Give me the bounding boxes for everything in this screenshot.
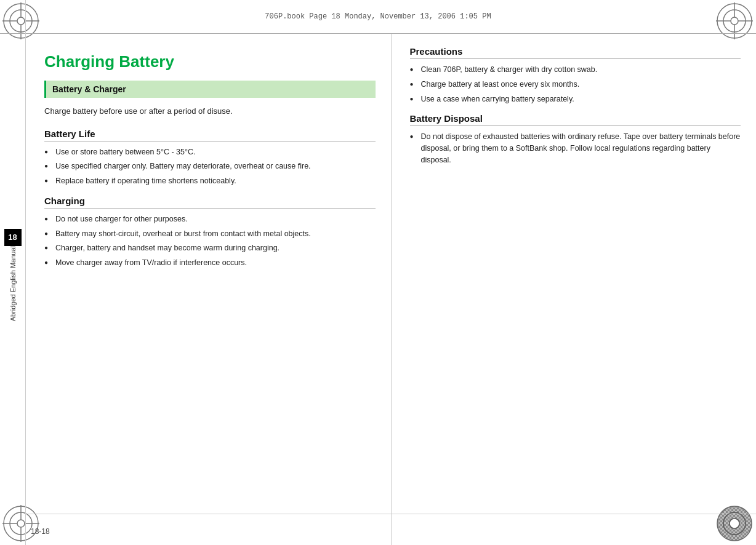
list-item: Replace battery if operating time shorte… [44, 175, 376, 187]
list-item: Use a case when carrying battery separat… [410, 93, 741, 105]
side-label-number: 18 [4, 229, 22, 246]
bottom-border [26, 514, 756, 514]
list-item: Do not dispose of exhausted batteries wi… [410, 131, 741, 165]
battery-disposal-list: Do not dispose of exhausted batteries wi… [410, 131, 741, 165]
list-item: Use or store battery between 5°C - 35°C. [44, 146, 376, 158]
list-item: Battery may short-circuit, overheat or b… [44, 228, 376, 240]
precautions-heading: Precautions [410, 46, 741, 59]
left-column: Charging Battery Battery & Charger Charg… [26, 34, 392, 545]
charging-list: Do not use charger for other purposes. B… [44, 213, 376, 269]
precautions-list: Clean 706P, battery & charger with dry c… [410, 64, 741, 105]
list-item: Do not use charger for other purposes. [44, 213, 376, 225]
list-item: Charge battery at least once every six m… [410, 79, 741, 90]
list-item: Clean 706P, battery & charger with dry c… [410, 64, 741, 76]
header-text: 706P.book Page 18 Monday, November 13, 2… [265, 12, 491, 21]
content-area: Charging Battery Battery & Charger Charg… [26, 34, 756, 545]
battery-charger-intro: Charge battery before use or after a per… [44, 105, 376, 117]
header-bar: 706P.book Page 18 Monday, November 13, 2… [0, 0, 756, 34]
battery-life-list: Use or store battery between 5°C - 35°C.… [44, 146, 376, 187]
list-item: Move charger away from TV/radio if inter… [44, 257, 376, 269]
battery-life-heading: Battery Life [44, 129, 376, 141]
page-number: 18-18 [31, 527, 50, 536]
battery-disposal-heading: Battery Disposal [410, 113, 741, 126]
list-item: Charger, battery and handset may become … [44, 242, 376, 254]
list-item: Use specified charger only. Battery may … [44, 161, 376, 172]
page-title: Charging Battery [44, 52, 376, 71]
page-container: 706P.book Page 18 Monday, November 13, 2… [0, 0, 756, 545]
right-column: Precautions Clean 706P, battery & charge… [392, 34, 757, 545]
side-label: 18 Abridged English Manual [0, 0, 26, 545]
charging-heading: Charging [44, 196, 376, 209]
battery-charger-heading: Battery & Charger [44, 81, 376, 98]
side-label-text: Abridged English Manual [9, 246, 17, 321]
